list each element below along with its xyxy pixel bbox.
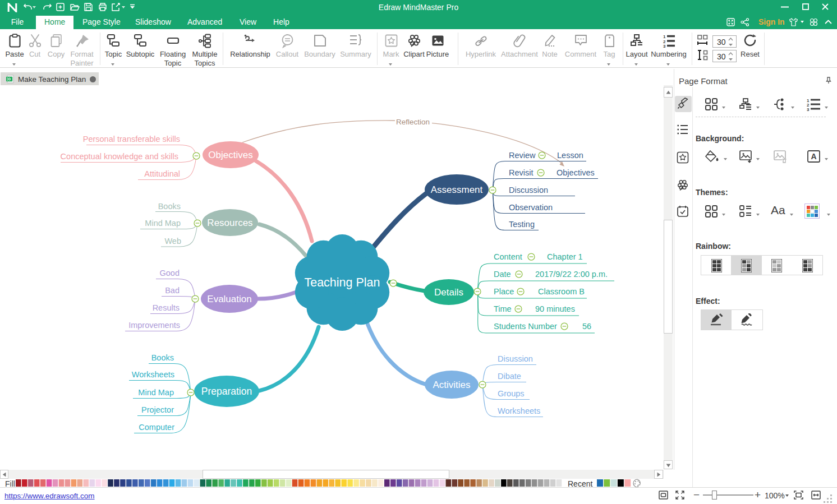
svg-text:Preparation: Preparation [201,386,252,397]
svg-text:Evaluation: Evaluation [207,294,251,304]
svg-text:Personal transferable skills: Personal transferable skills [83,135,180,144]
svg-text:Revisit: Revisit [509,168,534,177]
svg-text:Discussion: Discussion [509,186,548,195]
svg-text:Assessment: Assessment [431,184,483,195]
svg-text:Teaching Plan: Teaching Plan [304,276,380,289]
svg-text:Time: Time [494,304,512,313]
svg-text:Worksheets: Worksheets [132,370,174,379]
svg-text:90 minutes: 90 minutes [535,304,575,313]
svg-text:Resources: Resources [207,218,252,228]
svg-text:3: 3 [663,44,666,48]
svg-text:Worksheets: Worksheets [498,406,540,415]
svg-text:Activities: Activities [433,380,470,390]
svg-text:Classroom B: Classroom B [538,287,585,296]
svg-text:Place: Place [494,287,514,296]
svg-text:Objectives: Objectives [557,168,595,177]
svg-text:Conceptual knowledge and skill: Conceptual knowledge and skills [61,152,178,161]
svg-text:Review: Review [509,151,536,160]
svg-text:Disussion: Disussion [498,354,533,363]
svg-text:Books: Books [151,353,174,362]
svg-text:Reflection: Reflection [396,118,430,126]
svg-text:3: 3 [807,107,810,111]
svg-text:Students Number: Students Number [494,322,557,331]
svg-text:Mind Map: Mind Map [145,219,181,228]
svg-text:Date: Date [494,270,511,279]
svg-text:Books: Books [158,202,181,211]
svg-text:Chapter 1: Chapter 1 [547,252,583,261]
svg-text:Observation: Observation [509,203,553,212]
svg-text:Content: Content [494,252,522,261]
svg-text:Results: Results [153,303,180,312]
svg-text:2017/9/22 2:00 p.m.: 2017/9/22 2:00 p.m. [535,270,608,279]
svg-text:Dibate: Dibate [498,372,521,381]
svg-text:Mind Map: Mind Map [138,388,174,397]
svg-text:Objectives: Objectives [208,150,252,160]
svg-text:Good: Good [160,269,180,278]
svg-text:Attitudinal: Attitudinal [144,169,180,178]
svg-text:Computer: Computer [139,423,174,432]
svg-text:Improvements: Improvements [128,321,180,330]
svg-text:Details: Details [434,287,463,298]
svg-text:Testing: Testing [509,220,535,229]
svg-text:Lesson: Lesson [557,151,583,160]
svg-text:Groups: Groups [498,389,525,398]
svg-text:A: A [811,152,816,161]
svg-text:Web: Web [164,237,181,246]
svg-text:Bad: Bad [165,286,180,295]
svg-text:Projector: Projector [141,405,174,414]
svg-text:56: 56 [582,322,591,331]
